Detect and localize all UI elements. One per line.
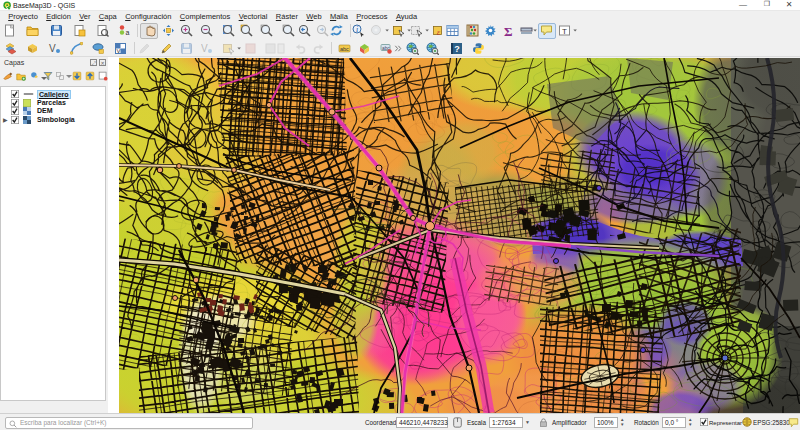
- svg-text:?: ?: [454, 44, 460, 54]
- svg-text:i: i: [356, 25, 358, 34]
- svg-text:V: V: [49, 43, 56, 54]
- svg-text:abc: abc: [340, 46, 349, 52]
- svg-text:a: a: [126, 29, 130, 36]
- svg-text:V: V: [117, 48, 121, 54]
- svg-text:V: V: [201, 43, 208, 54]
- svg-text:T: T: [562, 27, 567, 36]
- svg-text:Σ: Σ: [504, 24, 513, 37]
